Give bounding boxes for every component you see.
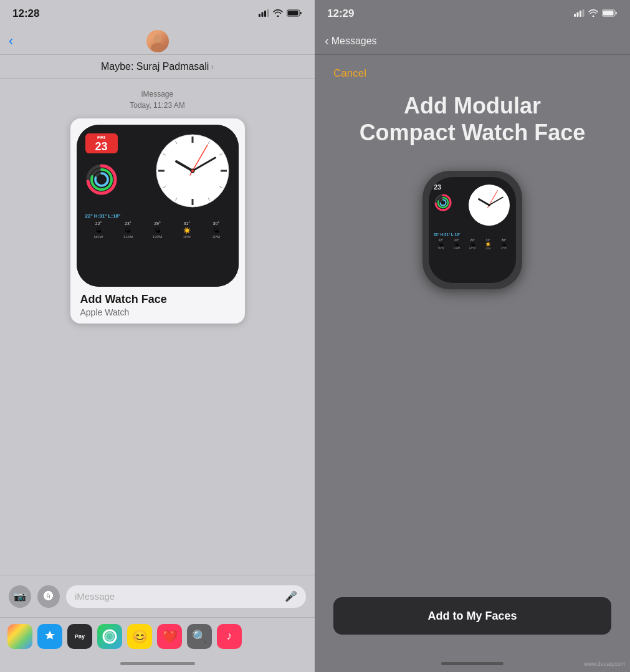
add-to-my-faces-button[interactable]: Add to My Faces bbox=[333, 597, 611, 635]
cancel-button[interactable]: Cancel bbox=[333, 67, 366, 80]
preview-date: 23 bbox=[434, 183, 452, 191]
svg-point-7 bbox=[151, 42, 164, 50]
back-arrow-icon-right: ‹ bbox=[325, 34, 329, 48]
home-indicator-right bbox=[315, 655, 630, 672]
svg-point-32 bbox=[191, 170, 194, 172]
back-arrow-icon: ‹ bbox=[9, 33, 13, 49]
camera-icon: 📷 bbox=[14, 590, 26, 602]
health-app-icon[interactable]: ❤️ bbox=[157, 624, 182, 649]
microphone-icon: 🎤 bbox=[285, 590, 297, 602]
search-icon: 🔍 bbox=[192, 629, 208, 644]
preview-clock bbox=[467, 183, 511, 229]
status-time-right: 12:29 bbox=[327, 7, 354, 20]
watch-body: 23 bbox=[422, 171, 522, 289]
wifi-icon-right bbox=[588, 8, 598, 19]
watch-date-box: FRI 23 bbox=[85, 133, 118, 153]
contact-avatar bbox=[146, 30, 169, 52]
watch-screen-preview: 23 bbox=[429, 177, 516, 283]
status-bar-left: 12:28 bbox=[0, 0, 315, 27]
app-icons-row: Pay 😊 ❤️ 🔍 ♪ bbox=[0, 617, 315, 655]
photos-app-icon[interactable] bbox=[7, 624, 32, 649]
status-icons-left bbox=[259, 8, 302, 19]
watch-face-card[interactable]: FRI 23 bbox=[70, 118, 245, 324]
watch-analog-clock bbox=[155, 133, 230, 208]
message-timestamp: iMessage Today, 11:23 AM bbox=[130, 89, 185, 111]
svg-rect-1 bbox=[262, 12, 264, 17]
watch-forecast: 22°🌤NOW 23°🌤11AM 29°🌤12PM 31°☀️1PM 30°🌤2… bbox=[85, 221, 230, 239]
svg-point-6 bbox=[153, 34, 161, 42]
preview-activity-ring bbox=[434, 193, 452, 212]
home-indicator-left bbox=[0, 655, 315, 672]
memoji-icon: 😊 bbox=[132, 629, 148, 644]
watermark: www.deuaq.com bbox=[584, 661, 625, 667]
fitness-app-icon[interactable] bbox=[97, 624, 122, 649]
right-content: Cancel Add Modular Compact Watch Face 23 bbox=[315, 55, 630, 655]
status-bar-right: 12:29 bbox=[315, 0, 630, 27]
contact-chevron: › bbox=[211, 62, 214, 72]
preview-forecast: 22°🌤NOW 23°🌤11AM 29°🌤12PM 31°☀️1PM 30°🌤2… bbox=[434, 238, 511, 250]
appstore-button[interactable]: 🅐 bbox=[37, 585, 60, 608]
battery-icon bbox=[287, 8, 302, 19]
contact-name-bar: Maybe: Suraj Padmasali › bbox=[0, 55, 315, 79]
svg-rect-39 bbox=[583, 9, 585, 17]
add-faces-label: Add to My Faces bbox=[427, 610, 517, 623]
card-subtitle: Apple Watch bbox=[80, 307, 239, 317]
watch-preview: 23 bbox=[416, 165, 528, 302]
home-bar-left bbox=[120, 662, 195, 665]
status-time-left: 12:28 bbox=[12, 7, 39, 20]
card-title: Add Watch Face bbox=[80, 293, 239, 306]
search-app-icon[interactable]: 🔍 bbox=[187, 624, 212, 649]
signal-icon bbox=[259, 8, 269, 19]
appstore-icon: 🅐 bbox=[44, 591, 54, 602]
svg-rect-38 bbox=[580, 11, 581, 17]
wifi-icon bbox=[273, 8, 283, 19]
camera-button[interactable]: 📷 bbox=[9, 585, 31, 608]
svg-rect-5 bbox=[288, 11, 298, 16]
memoji-app-icon[interactable]: 😊 bbox=[127, 624, 152, 649]
back-label-right: Messages bbox=[332, 36, 377, 47]
watch-screen: FRI 23 bbox=[77, 125, 239, 287]
nav-bar-left: ‹ bbox=[0, 27, 315, 55]
watch-weather-text: 22° H:31° L:18° bbox=[85, 213, 230, 219]
activity-ring bbox=[85, 163, 118, 196]
signal-icon-right bbox=[574, 8, 585, 19]
svg-point-34 bbox=[106, 633, 113, 640]
svg-rect-36 bbox=[574, 14, 576, 17]
contact-name: Maybe: Suraj Padmasali bbox=[101, 61, 209, 72]
bottom-toolbar: 📷 🅐 iMessage 🎤 bbox=[0, 575, 315, 617]
home-bar-right bbox=[441, 662, 504, 665]
apple-pay-icon[interactable]: Pay bbox=[67, 624, 92, 649]
svg-point-52 bbox=[488, 204, 490, 206]
right-panel: 12:29 ‹ Messages Cancel Add Modular Comp… bbox=[315, 0, 630, 672]
message-area: iMessage Today, 11:23 AM FRI 23 bbox=[0, 79, 315, 575]
watch-face-image: FRI 23 bbox=[77, 125, 239, 287]
back-button-right[interactable]: ‹ Messages bbox=[325, 34, 377, 48]
message-placeholder: iMessage bbox=[75, 591, 285, 602]
svg-point-35 bbox=[108, 635, 112, 638]
battery-icon-right bbox=[602, 8, 618, 19]
message-input[interactable]: iMessage 🎤 bbox=[66, 585, 306, 608]
add-watch-face-title: Add Modular Compact Watch Face bbox=[360, 92, 586, 146]
music-app-icon[interactable]: ♪ bbox=[217, 624, 242, 649]
watch-date-num: 23 bbox=[89, 141, 114, 152]
health-icon: ❤️ bbox=[162, 629, 178, 644]
preview-weather: 22° H:31° L:18° bbox=[434, 233, 511, 236]
left-panel: 12:28 ‹ Maybe: Suraj Padmasali › iMessa bbox=[0, 0, 315, 672]
svg-rect-3 bbox=[267, 9, 269, 17]
nav-bar-right: ‹ Messages bbox=[315, 27, 630, 55]
pay-label: Pay bbox=[75, 633, 85, 640]
svg-rect-0 bbox=[259, 14, 260, 17]
svg-rect-2 bbox=[264, 11, 266, 17]
svg-rect-41 bbox=[603, 11, 614, 16]
appstore-app-icon[interactable] bbox=[37, 624, 62, 649]
svg-rect-37 bbox=[577, 12, 579, 17]
music-icon: ♪ bbox=[227, 630, 232, 643]
status-icons-right bbox=[574, 8, 618, 19]
back-button[interactable]: ‹ bbox=[9, 33, 13, 49]
